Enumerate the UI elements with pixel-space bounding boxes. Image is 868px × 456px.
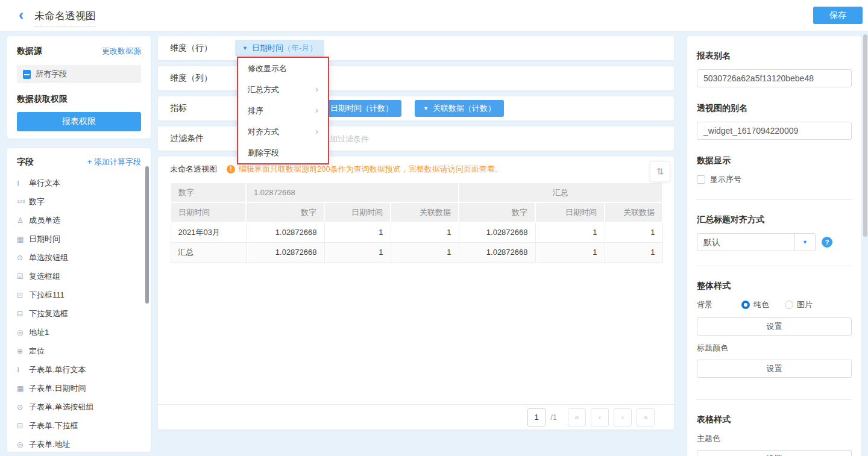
table-cell: 1 [324,222,391,242]
menu-item-label: 修改显示名 [248,58,287,79]
location-icon [17,440,29,449]
table-header-cell: 关联数据 [605,202,662,222]
field-item[interactable]: 单选按钮组 [17,248,141,267]
metric-chip-linked-data[interactable]: ▼ 关联数据（计数） [415,100,504,117]
field-item[interactable]: 数字 [17,192,141,211]
field-item[interactable]: 子表单.单选按钮组 [17,398,141,416]
table-header-cell: 汇总 [459,183,662,202]
help-icon[interactable]: ? [822,237,832,248]
bg-image-radio[interactable]: 图片 [785,299,813,310]
text-icon [17,178,29,188]
field-label: 成员单选 [29,215,60,226]
field-item[interactable]: 子表单.日期时间 [17,379,141,398]
menu-item-label: 排序 [248,100,263,121]
back-icon[interactable]: ‹ [14,8,28,23]
fields-title: 字段 [17,157,34,167]
field-label: 子表单.下拉框 [29,420,78,431]
table-header-cell: 日期时间 [535,202,605,222]
metric-card: 指标 ▼ 日期时间（计数） ▼ 关联数据（计数） [158,96,674,120]
page-title[interactable]: 未命名透视图 [34,9,96,27]
field-item[interactable]: 子表单.下拉框 [17,416,141,435]
report-permission-button[interactable]: 报表权限 [17,112,141,131]
calendar-icon [17,384,29,393]
dropdown-icon [17,422,29,430]
divider [697,399,852,400]
bg-solid-radio[interactable]: 纯色 [741,299,769,310]
dimension-col-card: 维度（列） [158,66,674,90]
add-calc-field-button[interactable]: + 添加计算字段 [87,157,141,167]
dimension-row-chip[interactable]: ▼ 日期时间 （年-月） [235,40,324,57]
page-number-box[interactable]: 1 [527,408,546,426]
field-item[interactable]: 子表单.地址 [17,435,141,452]
field-item[interactable]: 下拉复选框 [17,304,141,323]
field-item[interactable]: 下拉框111 [17,286,141,304]
field-item[interactable]: 复选框组 [17,267,141,286]
top-bar: ‹ 未命名透视图 保存 [0,0,868,31]
context-menu: 修改显示名汇总方式›排序›对齐方式›删除字段 [237,57,329,164]
text-icon [17,365,29,375]
field-label: 日期时间 [29,234,60,245]
table-cell: 1.02872668 [459,222,535,242]
table-cell: 1 [535,222,605,242]
theme-color-settings-button[interactable]: 设置 [697,450,852,456]
warning-message: ! 编辑界面只取数据源前200条作为查询数据预览，完整数据请访问页面查看。 [227,164,503,175]
dropdown-icon [17,291,29,299]
change-datasource-link[interactable]: 更改数据源 [102,46,141,57]
title-color-label: 标题颜色 [697,343,852,354]
table-header-cell: 日期时间 [324,202,391,222]
menu-item-label: 对齐方式 [248,121,279,142]
show-index-checkbox[interactable]: 显示序号 [697,174,852,185]
fields-card: 字段 + 添加计算字段 单行文本数字成员单选日期时间单选按钮组复选框组下拉框11… [7,148,151,452]
field-item[interactable]: 成员单选 [17,211,141,230]
table-header-cell: 数字 [246,202,324,222]
summary-align-select[interactable]: 默认 ▼ [697,233,816,251]
menu-item[interactable]: 修改显示名 [238,58,328,79]
fields-scrollbar[interactable] [145,166,149,304]
table-header-cell: 日期时间 [171,202,246,222]
datasource-name: 所有字段 [36,69,67,80]
report-alias-input[interactable] [697,69,852,87]
field-item[interactable]: 地址1 [17,323,141,342]
number-icon [17,199,29,204]
dropdown-multi-icon [17,310,29,318]
document-icon [23,70,31,79]
window-scrollbar[interactable] [863,34,867,237]
divider [697,266,852,266]
field-label: 子表单.单行文本 [29,364,86,375]
title-color-settings-button[interactable]: 设置 [697,360,852,378]
page-total: /1 [550,413,557,422]
field-item[interactable]: 单行文本 [17,173,141,192]
prev-page-button[interactable]: ‹ [591,408,609,426]
next-page-button[interactable]: › [614,408,632,426]
background-settings-button[interactable]: 设置 [697,317,852,336]
settings-panel: 报表别名 透视图的别名 数据显示 显示序号 汇总标题对齐方式 默认 ▼ ? 整体… [687,36,861,456]
first-page-button[interactable]: « [568,408,586,426]
menu-item[interactable]: 排序› [238,100,328,121]
table-cell: 1 [535,242,605,262]
calendar-icon [17,235,29,243]
field-item[interactable]: 日期时间 [17,230,141,248]
chevron-down-icon[interactable]: ▼ [794,234,815,251]
menu-item[interactable]: 对齐方式› [238,121,328,142]
menu-item-label: 删除字段 [248,142,279,163]
datasource-title: 数据源 [17,46,42,57]
table-cell: 1 [605,242,662,262]
background-label: 背景 [697,299,741,310]
menu-item[interactable]: 删除字段 [238,142,328,163]
filter-card: 过滤条件 添加过滤条件 [158,126,674,151]
dimension-col-label: 维度（列） [170,73,235,84]
dimension-row-card: 维度（行） ▼ 日期时间 （年-月） [158,36,674,60]
chevron-down-icon: ▼ [423,105,429,111]
pivot-alias-input[interactable] [697,122,852,140]
table-cell: 1 [391,222,459,242]
table-cell: 1 [391,242,459,262]
sort-button[interactable]: ⇅ [650,161,670,182]
datasource-item[interactable]: 所有字段 [17,65,141,83]
save-button[interactable]: 保存 [813,7,863,24]
menu-item[interactable]: 汇总方式› [238,79,328,100]
field-item[interactable]: 子表单.单行文本 [17,360,141,379]
chip-field-format: （年-月） [283,43,317,54]
last-page-button[interactable]: » [637,408,655,426]
field-item[interactable]: 定位 [17,342,141,360]
table-cell: 2021年03月 [171,222,246,242]
